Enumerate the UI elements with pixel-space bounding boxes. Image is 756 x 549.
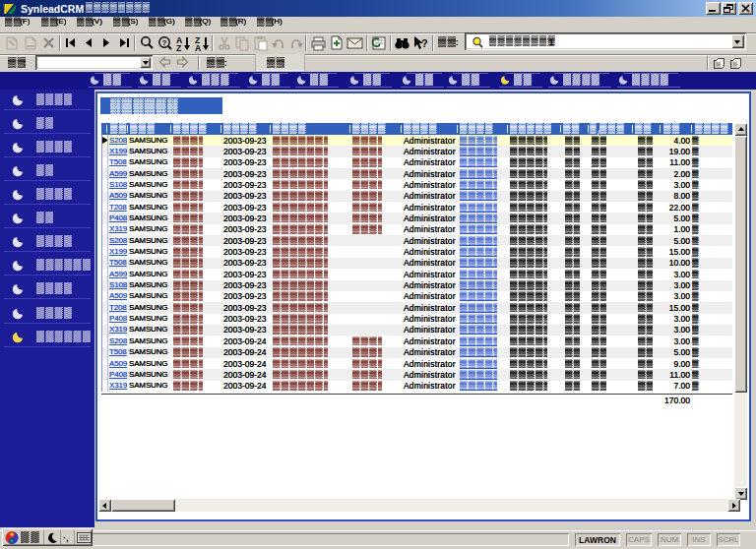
svg-text:Z: Z <box>176 43 181 51</box>
svg-text:?: ? <box>421 37 428 49</box>
svg-text:?: ? <box>162 38 167 47</box>
svg-text:A: A <box>195 43 201 51</box>
